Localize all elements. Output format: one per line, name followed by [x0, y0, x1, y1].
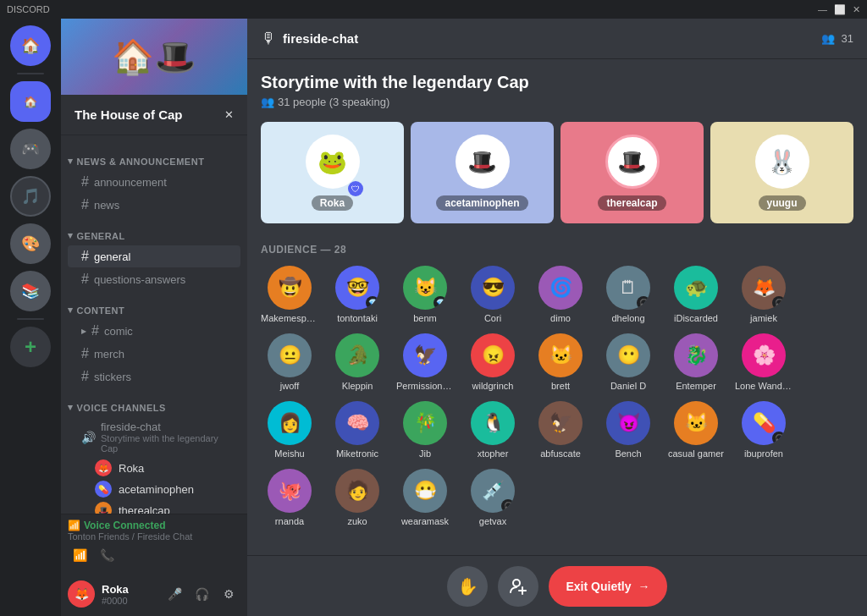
mute-button[interactable]: 🎤: [163, 582, 186, 606]
people-icon: 👥: [821, 32, 835, 45]
channel-general[interactable]: # general: [68, 245, 240, 267]
audience-member-19[interactable]: 🐧 xtopher: [464, 401, 522, 459]
avatar: 🦊: [95, 459, 112, 476]
audience-member-0[interactable]: 🤠 Makemespeakrr: [261, 266, 318, 323]
avatar: 🐱: [674, 401, 718, 445]
invite-people-button[interactable]: [498, 566, 538, 607]
audience-member-8[interactable]: 😐 jwoff: [261, 333, 318, 391]
category-news[interactable]: ▾ NEWS & ANNOUNCEMENT: [61, 142, 247, 170]
channel-comic[interactable]: ▶ # comic: [68, 320, 240, 342]
settings-button[interactable]: ⚙: [217, 582, 240, 606]
avatar: 😠: [471, 333, 515, 377]
speaker-avatar-acetaminophen: 🎩: [456, 135, 510, 189]
audience-member-10[interactable]: 🦅 Permission Man: [396, 333, 454, 391]
channel-announcement[interactable]: # announcement: [68, 171, 240, 193]
close-button[interactable]: ✕: [853, 4, 860, 15]
voice-signal-button[interactable]: 📶: [68, 543, 91, 567]
mod-icon: 🛡: [348, 181, 363, 196]
avatar: 😈: [606, 401, 650, 445]
channel-news[interactable]: # news: [68, 194, 240, 216]
svg-point-0: [513, 580, 520, 586]
avatar: 🎋: [403, 401, 447, 445]
avatar: 👩: [268, 401, 312, 445]
badge: 🎧: [501, 499, 515, 513]
channel-merch[interactable]: # merch: [68, 343, 240, 365]
audience-member-16[interactable]: 👩 Meishu: [261, 401, 318, 459]
badge: 🎧: [772, 296, 786, 310]
voice-phone-button[interactable]: 📞: [95, 543, 119, 567]
main-content: 🎙 fireside-chat 👥 31 Storytime with the …: [247, 19, 867, 616]
speaker-card-acetaminophen[interactable]: 🎩 acetaminophen: [411, 122, 554, 223]
audience-member-17[interactable]: 🧠 Miketronic: [329, 401, 386, 459]
speaker-card-therealcap[interactable]: 🎩 therealcap: [561, 122, 704, 223]
speaker-name-acetaminophen: acetaminophen: [436, 195, 527, 211]
avatar: 💊🎧: [742, 401, 786, 445]
server-icon-discord-home[interactable]: 🏠: [10, 25, 51, 66]
audience-member-11[interactable]: 😠 wildgrinch: [464, 333, 522, 391]
avatar: 🦊🎧: [742, 266, 786, 310]
audience-member-9[interactable]: 🐊 Kleppin: [329, 333, 386, 391]
audience-member-22[interactable]: 🐱 casual gamer: [667, 401, 725, 459]
avatar: 🤠: [268, 266, 312, 310]
voice-member-therealcap[interactable]: 🎩 therealcap: [68, 500, 240, 514]
voice-member-acetaminophen[interactable]: 💊 acetaminophen: [68, 479, 240, 499]
audience-member-25[interactable]: 🧑 zuko: [329, 469, 386, 526]
category-content[interactable]: ▾ CONTENT: [61, 291, 247, 319]
server-icon-house-of-cap[interactable]: 🏠: [10, 81, 51, 122]
server-icon-4[interactable]: 📚: [10, 271, 51, 311]
speaker-card-roka[interactable]: 🐸 🛡 Roka: [261, 122, 404, 223]
restore-button[interactable]: ⬜: [834, 4, 846, 15]
server-icon-1[interactable]: 🎮: [10, 129, 51, 169]
server-icon-3[interactable]: 🎨: [10, 223, 51, 264]
category-voice[interactable]: ▾ VOICE CHANNELS: [61, 388, 247, 416]
audience-member-5[interactable]: 🗒🎧 dhelong: [599, 266, 657, 323]
audience-member-24[interactable]: 🐙 rnanda: [261, 469, 318, 526]
audience-member-15[interactable]: 🌸 Lone Wanderer: [735, 333, 792, 391]
stage-action-bar: ✋ Exit Quietly →: [247, 555, 867, 616]
audience-member-26[interactable]: 😷 wearamask: [396, 469, 454, 526]
audience-member-1[interactable]: 🤓💎 tontontaki: [329, 266, 386, 323]
audience-member-3[interactable]: 😎 Cori: [464, 266, 522, 323]
audience-member-7[interactable]: 🦊🎧 jamiek: [735, 266, 792, 323]
audience-member-6[interactable]: 🐢 iDiscarded: [667, 266, 725, 323]
server-menu-icon: ✕: [224, 108, 234, 121]
badge: 💎: [366, 296, 379, 310]
deafen-button[interactable]: 🎧: [190, 582, 213, 606]
minimize-button[interactable]: —: [818, 4, 827, 15]
audience-member-20[interactable]: 🦅 abfuscate: [532, 401, 589, 459]
voice-channel-fireside[interactable]: 🔊 fireside-chat Storytime with the legen…: [68, 417, 240, 457]
category-general[interactable]: ▾ GENERAL: [61, 217, 247, 245]
username: Roka: [102, 583, 156, 596]
user-info: Roka #0000: [102, 583, 156, 606]
speaker-name-therealcap: therealcap: [598, 195, 665, 211]
chevron-down-icon: ▾: [68, 305, 74, 316]
audience-member-23[interactable]: 💊🎧 ibuprofen: [735, 401, 792, 459]
server-icon-2[interactable]: 🎵: [10, 176, 51, 217]
avatar: 🧑: [335, 469, 379, 513]
hashtag-icon: #: [81, 272, 89, 287]
audience-member-21[interactable]: 😈 Bench: [599, 401, 657, 459]
user-avatar: 🦊: [68, 580, 95, 608]
add-server-button[interactable]: +: [10, 327, 51, 367]
audience-member-14[interactable]: 🐉 Entemper: [667, 333, 725, 391]
channel-questions-answers[interactable]: # questions-answers: [68, 268, 240, 290]
speaker-card-yuugu[interactable]: 🐰 yuugu: [710, 122, 853, 223]
avatar: 🦅: [538, 401, 583, 445]
channel-stickers[interactable]: # stickers: [68, 366, 240, 388]
audience-member-18[interactable]: 🎋 Jib: [396, 401, 454, 459]
voice-member-roka[interactable]: 🦊 Roka: [68, 458, 240, 478]
avatar: 💊: [95, 481, 112, 498]
raise-hand-button[interactable]: ✋: [447, 566, 488, 607]
exit-quietly-button[interactable]: Exit Quietly →: [549, 566, 666, 607]
audience-member-27[interactable]: 💉🎧 getvax: [464, 469, 522, 526]
titlebar-controls[interactable]: — ⬜ ✕: [818, 4, 860, 15]
audience-member-4[interactable]: 🌀 dimo: [532, 266, 589, 323]
server-header[interactable]: The House of Cap ✕: [61, 95, 247, 135]
voice-connected-status: 📶 Voice Connected: [68, 520, 240, 531]
avatar: 🎩: [95, 502, 112, 514]
people-icon: 👥: [261, 96, 274, 108]
voice-location: Tonton Friends / Fireside Chat: [68, 531, 240, 542]
audience-member-12[interactable]: 🐱 brett: [532, 333, 589, 391]
audience-member-13[interactable]: 😶 Daniel D: [599, 333, 657, 391]
audience-member-2[interactable]: 😺💎 benm: [396, 266, 454, 323]
